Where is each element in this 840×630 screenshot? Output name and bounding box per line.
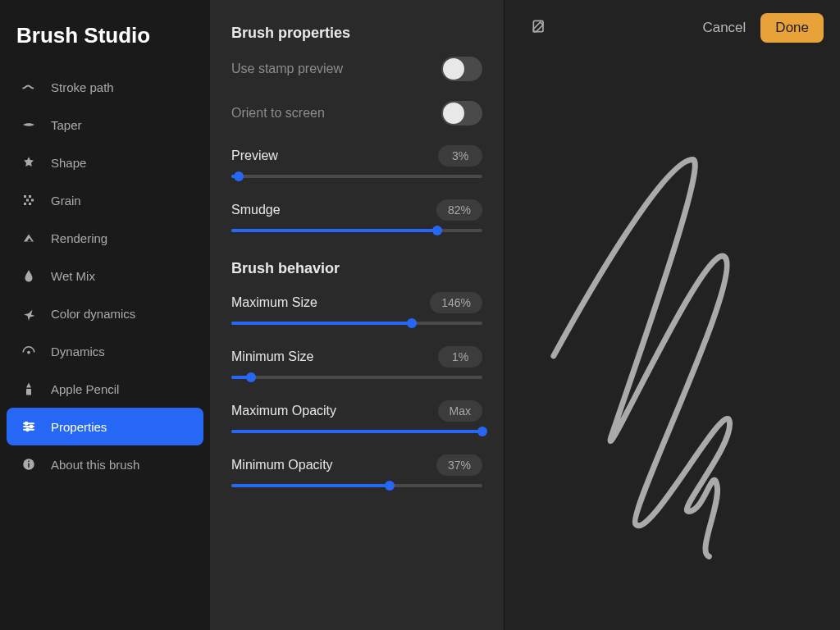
sidebar-item-color-dynamics[interactable]: Color dynamics bbox=[7, 294, 203, 332]
slider-max-size: Maximum Size 146% bbox=[231, 292, 482, 325]
slider-label: Minimum Size bbox=[231, 349, 313, 364]
slider-min-opacity: Minimum Opacity 37% bbox=[231, 454, 482, 487]
slider-label: Maximum Opacity bbox=[231, 404, 336, 418]
sidebar-item-label: Grain bbox=[51, 194, 81, 208]
svg-rect-4 bbox=[24, 203, 26, 205]
svg-rect-1 bbox=[29, 195, 31, 198]
svg-rect-2 bbox=[26, 199, 29, 202]
sidebar-item-label: Rendering bbox=[51, 231, 107, 245]
slider-track[interactable] bbox=[231, 322, 482, 325]
sidebar-item-apple-pencil[interactable]: Apple Pencil bbox=[7, 370, 203, 408]
slider-smudge: Smudge 82% bbox=[231, 199, 482, 232]
sidebar-item-about[interactable]: About this brush bbox=[7, 445, 203, 483]
stroke-path-icon bbox=[21, 80, 36, 94]
svg-rect-5 bbox=[29, 203, 31, 205]
row-use-stamp-preview: Use stamp preview bbox=[231, 57, 482, 81]
svg-point-6 bbox=[28, 351, 30, 353]
cancel-button[interactable]: Cancel bbox=[702, 20, 746, 36]
sidebar-item-label: Apple Pencil bbox=[51, 382, 119, 396]
settings-panel: Brush properties Use stamp preview Orien… bbox=[210, 0, 504, 630]
sidebar-item-label: Properties bbox=[51, 420, 107, 434]
slider-label: Maximum Size bbox=[231, 295, 317, 310]
slider-value[interactable]: Max bbox=[438, 400, 482, 422]
preview-header: Cancel Done bbox=[504, 0, 840, 43]
sidebar-item-label: Stroke path bbox=[51, 80, 114, 94]
toggle-use-stamp-preview[interactable] bbox=[441, 57, 482, 81]
slider-max-opacity: Maximum Opacity Max bbox=[231, 400, 482, 433]
rendering-icon bbox=[21, 231, 36, 245]
slider-value[interactable]: 1% bbox=[438, 346, 482, 368]
slider-track[interactable] bbox=[231, 229, 482, 232]
sidebar-item-shape[interactable]: Shape bbox=[7, 144, 203, 181]
sidebar-item-properties[interactable]: Properties bbox=[7, 408, 203, 445]
sidebar-item-stroke-path[interactable]: Stroke path bbox=[7, 68, 203, 106]
svg-rect-3 bbox=[31, 199, 34, 202]
grain-icon bbox=[21, 193, 36, 208]
slider-label: Smudge bbox=[231, 203, 281, 217]
slider-value[interactable]: 82% bbox=[436, 199, 482, 221]
slider-label: Preview bbox=[231, 148, 278, 163]
sidebar-item-label: Shape bbox=[51, 156, 86, 170]
sidebar-item-grain[interactable]: Grain bbox=[7, 181, 203, 219]
slider-label: Minimum Opacity bbox=[231, 458, 333, 472]
row-orient-to-screen: Orient to screen bbox=[231, 101, 482, 126]
edit-icon[interactable] bbox=[531, 18, 547, 38]
sidebar-item-label: Color dynamics bbox=[51, 307, 135, 321]
svg-point-12 bbox=[26, 428, 29, 431]
toggle-label: Orient to screen bbox=[231, 106, 325, 121]
sidebar-item-label: Wet Mix bbox=[51, 269, 95, 283]
toggle-label: Use stamp preview bbox=[231, 62, 343, 76]
svg-rect-14 bbox=[28, 463, 30, 468]
sidebar-item-label: About this brush bbox=[51, 458, 139, 472]
brush-preview-canvas[interactable] bbox=[504, 49, 840, 630]
apple-pencil-icon bbox=[21, 381, 36, 396]
svg-point-11 bbox=[30, 426, 33, 428]
color-dynamics-icon bbox=[21, 306, 36, 321]
properties-icon bbox=[21, 419, 36, 434]
svg-point-10 bbox=[25, 422, 28, 425]
slider-value[interactable]: 37% bbox=[436, 454, 482, 476]
sidebar: Brush Studio Stroke path Taper Shape Gra… bbox=[0, 0, 210, 630]
section-title-behavior: Brush behavior bbox=[231, 260, 482, 277]
nav-list: Stroke path Taper Shape Grain Rendering bbox=[0, 68, 210, 483]
sidebar-item-label: Taper bbox=[51, 118, 82, 132]
slider-preview: Preview 3% bbox=[231, 145, 482, 178]
sidebar-item-rendering[interactable]: Rendering bbox=[7, 219, 203, 257]
app-title: Brush Studio bbox=[0, 16, 210, 68]
taper-icon bbox=[21, 117, 36, 132]
done-button[interactable]: Done bbox=[760, 13, 824, 43]
sidebar-item-taper[interactable]: Taper bbox=[7, 106, 203, 144]
slider-track[interactable] bbox=[231, 430, 482, 433]
wet-mix-icon bbox=[21, 268, 36, 283]
info-icon bbox=[21, 457, 36, 472]
slider-track[interactable] bbox=[231, 376, 482, 379]
sidebar-item-dynamics[interactable]: Dynamics bbox=[7, 332, 203, 370]
slider-track[interactable] bbox=[231, 175, 482, 178]
svg-rect-0 bbox=[24, 195, 26, 198]
shape-icon bbox=[21, 155, 36, 170]
preview-panel: Cancel Done bbox=[504, 0, 840, 630]
dynamics-icon bbox=[21, 344, 36, 358]
svg-rect-15 bbox=[28, 461, 30, 463]
slider-track[interactable] bbox=[231, 484, 482, 487]
slider-min-size: Minimum Size 1% bbox=[231, 346, 482, 379]
toggle-orient-to-screen[interactable] bbox=[441, 101, 482, 126]
section-title-properties: Brush properties bbox=[231, 25, 482, 42]
slider-value[interactable]: 3% bbox=[438, 145, 482, 167]
sidebar-item-wet-mix[interactable]: Wet Mix bbox=[7, 257, 203, 294]
sidebar-item-label: Dynamics bbox=[51, 345, 105, 358]
slider-value[interactable]: 146% bbox=[430, 292, 482, 313]
